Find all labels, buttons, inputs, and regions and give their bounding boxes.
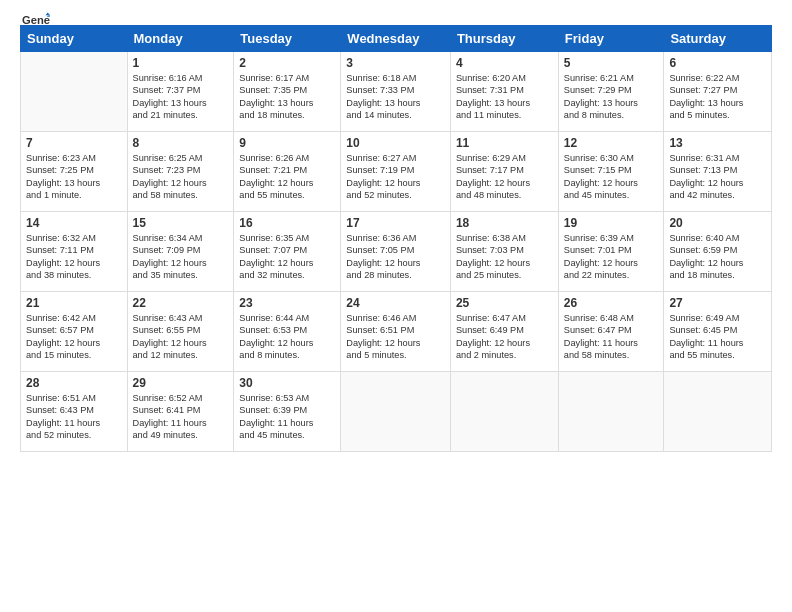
col-header-thursday: Thursday [450, 26, 558, 52]
day-info: Sunrise: 6:38 AM Sunset: 7:03 PM Dayligh… [456, 232, 553, 282]
day-info: Sunrise: 6:47 AM Sunset: 6:49 PM Dayligh… [456, 312, 553, 362]
day-number: 14 [26, 216, 122, 230]
calendar-cell: 24Sunrise: 6:46 AM Sunset: 6:51 PM Dayli… [341, 292, 451, 372]
col-header-wednesday: Wednesday [341, 26, 451, 52]
col-header-saturday: Saturday [664, 26, 772, 52]
day-info: Sunrise: 6:23 AM Sunset: 7:25 PM Dayligh… [26, 152, 122, 202]
calendar-cell: 18Sunrise: 6:38 AM Sunset: 7:03 PM Dayli… [450, 212, 558, 292]
calendar-cell [664, 372, 772, 452]
day-info: Sunrise: 6:46 AM Sunset: 6:51 PM Dayligh… [346, 312, 445, 362]
calendar-cell [450, 372, 558, 452]
day-info: Sunrise: 6:34 AM Sunset: 7:09 PM Dayligh… [133, 232, 229, 282]
calendar-cell: 15Sunrise: 6:34 AM Sunset: 7:09 PM Dayli… [127, 212, 234, 292]
day-info: Sunrise: 6:17 AM Sunset: 7:35 PM Dayligh… [239, 72, 335, 122]
day-number: 26 [564, 296, 659, 310]
day-info: Sunrise: 6:53 AM Sunset: 6:39 PM Dayligh… [239, 392, 335, 442]
calendar-cell: 17Sunrise: 6:36 AM Sunset: 7:05 PM Dayli… [341, 212, 451, 292]
col-header-monday: Monday [127, 26, 234, 52]
day-info: Sunrise: 6:21 AM Sunset: 7:29 PM Dayligh… [564, 72, 659, 122]
day-info: Sunrise: 6:16 AM Sunset: 7:37 PM Dayligh… [133, 72, 229, 122]
calendar-cell: 2Sunrise: 6:17 AM Sunset: 7:35 PM Daylig… [234, 52, 341, 132]
day-number: 13 [669, 136, 766, 150]
day-info: Sunrise: 6:43 AM Sunset: 6:55 PM Dayligh… [133, 312, 229, 362]
day-number: 30 [239, 376, 335, 390]
calendar-table: SundayMondayTuesdayWednesdayThursdayFrid… [20, 25, 772, 452]
calendar-cell: 19Sunrise: 6:39 AM Sunset: 7:01 PM Dayli… [558, 212, 664, 292]
calendar-cell: 8Sunrise: 6:25 AM Sunset: 7:23 PM Daylig… [127, 132, 234, 212]
day-number: 7 [26, 136, 122, 150]
day-info: Sunrise: 6:35 AM Sunset: 7:07 PM Dayligh… [239, 232, 335, 282]
day-info: Sunrise: 6:39 AM Sunset: 7:01 PM Dayligh… [564, 232, 659, 282]
calendar-cell: 20Sunrise: 6:40 AM Sunset: 6:59 PM Dayli… [664, 212, 772, 292]
day-number: 10 [346, 136, 445, 150]
calendar-cell: 10Sunrise: 6:27 AM Sunset: 7:19 PM Dayli… [341, 132, 451, 212]
calendar-cell: 21Sunrise: 6:42 AM Sunset: 6:57 PM Dayli… [21, 292, 128, 372]
day-info: Sunrise: 6:49 AM Sunset: 6:45 PM Dayligh… [669, 312, 766, 362]
day-info: Sunrise: 6:32 AM Sunset: 7:11 PM Dayligh… [26, 232, 122, 282]
calendar-cell [341, 372, 451, 452]
day-info: Sunrise: 6:26 AM Sunset: 7:21 PM Dayligh… [239, 152, 335, 202]
calendar-cell: 7Sunrise: 6:23 AM Sunset: 7:25 PM Daylig… [21, 132, 128, 212]
calendar-cell: 3Sunrise: 6:18 AM Sunset: 7:33 PM Daylig… [341, 52, 451, 132]
calendar-cell: 14Sunrise: 6:32 AM Sunset: 7:11 PM Dayli… [21, 212, 128, 292]
calendar-cell: 23Sunrise: 6:44 AM Sunset: 6:53 PM Dayli… [234, 292, 341, 372]
day-number: 24 [346, 296, 445, 310]
day-number: 16 [239, 216, 335, 230]
calendar-cell: 29Sunrise: 6:52 AM Sunset: 6:41 PM Dayli… [127, 372, 234, 452]
day-info: Sunrise: 6:29 AM Sunset: 7:17 PM Dayligh… [456, 152, 553, 202]
calendar-cell: 4Sunrise: 6:20 AM Sunset: 7:31 PM Daylig… [450, 52, 558, 132]
day-number: 21 [26, 296, 122, 310]
day-info: Sunrise: 6:30 AM Sunset: 7:15 PM Dayligh… [564, 152, 659, 202]
day-info: Sunrise: 6:22 AM Sunset: 7:27 PM Dayligh… [669, 72, 766, 122]
col-header-tuesday: Tuesday [234, 26, 341, 52]
calendar-cell: 28Sunrise: 6:51 AM Sunset: 6:43 PM Dayli… [21, 372, 128, 452]
day-info: Sunrise: 6:18 AM Sunset: 7:33 PM Dayligh… [346, 72, 445, 122]
day-number: 23 [239, 296, 335, 310]
day-number: 11 [456, 136, 553, 150]
day-number: 8 [133, 136, 229, 150]
day-info: Sunrise: 6:40 AM Sunset: 6:59 PM Dayligh… [669, 232, 766, 282]
day-info: Sunrise: 6:20 AM Sunset: 7:31 PM Dayligh… [456, 72, 553, 122]
day-number: 22 [133, 296, 229, 310]
day-number: 27 [669, 296, 766, 310]
day-number: 3 [346, 56, 445, 70]
calendar-cell: 27Sunrise: 6:49 AM Sunset: 6:45 PM Dayli… [664, 292, 772, 372]
day-number: 12 [564, 136, 659, 150]
calendar-cell: 13Sunrise: 6:31 AM Sunset: 7:13 PM Dayli… [664, 132, 772, 212]
calendar-cell [558, 372, 664, 452]
day-number: 15 [133, 216, 229, 230]
day-number: 2 [239, 56, 335, 70]
calendar-cell: 30Sunrise: 6:53 AM Sunset: 6:39 PM Dayli… [234, 372, 341, 452]
calendar-cell: 6Sunrise: 6:22 AM Sunset: 7:27 PM Daylig… [664, 52, 772, 132]
day-number: 18 [456, 216, 553, 230]
day-info: Sunrise: 6:48 AM Sunset: 6:47 PM Dayligh… [564, 312, 659, 362]
day-info: Sunrise: 6:52 AM Sunset: 6:41 PM Dayligh… [133, 392, 229, 442]
day-info: Sunrise: 6:42 AM Sunset: 6:57 PM Dayligh… [26, 312, 122, 362]
calendar-cell: 11Sunrise: 6:29 AM Sunset: 7:17 PM Dayli… [450, 132, 558, 212]
calendar-cell: 12Sunrise: 6:30 AM Sunset: 7:15 PM Dayli… [558, 132, 664, 212]
day-info: Sunrise: 6:44 AM Sunset: 6:53 PM Dayligh… [239, 312, 335, 362]
day-number: 19 [564, 216, 659, 230]
calendar-cell: 1Sunrise: 6:16 AM Sunset: 7:37 PM Daylig… [127, 52, 234, 132]
calendar-cell: 22Sunrise: 6:43 AM Sunset: 6:55 PM Dayli… [127, 292, 234, 372]
calendar-cell: 5Sunrise: 6:21 AM Sunset: 7:29 PM Daylig… [558, 52, 664, 132]
day-number: 29 [133, 376, 229, 390]
day-number: 9 [239, 136, 335, 150]
day-number: 25 [456, 296, 553, 310]
day-number: 6 [669, 56, 766, 70]
day-number: 1 [133, 56, 229, 70]
calendar-cell: 16Sunrise: 6:35 AM Sunset: 7:07 PM Dayli… [234, 212, 341, 292]
day-number: 17 [346, 216, 445, 230]
day-number: 4 [456, 56, 553, 70]
day-info: Sunrise: 6:27 AM Sunset: 7:19 PM Dayligh… [346, 152, 445, 202]
day-number: 20 [669, 216, 766, 230]
day-info: Sunrise: 6:25 AM Sunset: 7:23 PM Dayligh… [133, 152, 229, 202]
calendar-cell: 9Sunrise: 6:26 AM Sunset: 7:21 PM Daylig… [234, 132, 341, 212]
day-info: Sunrise: 6:51 AM Sunset: 6:43 PM Dayligh… [26, 392, 122, 442]
day-info: Sunrise: 6:31 AM Sunset: 7:13 PM Dayligh… [669, 152, 766, 202]
calendar-cell: 25Sunrise: 6:47 AM Sunset: 6:49 PM Dayli… [450, 292, 558, 372]
day-number: 5 [564, 56, 659, 70]
col-header-friday: Friday [558, 26, 664, 52]
calendar-cell [21, 52, 128, 132]
day-info: Sunrise: 6:36 AM Sunset: 7:05 PM Dayligh… [346, 232, 445, 282]
